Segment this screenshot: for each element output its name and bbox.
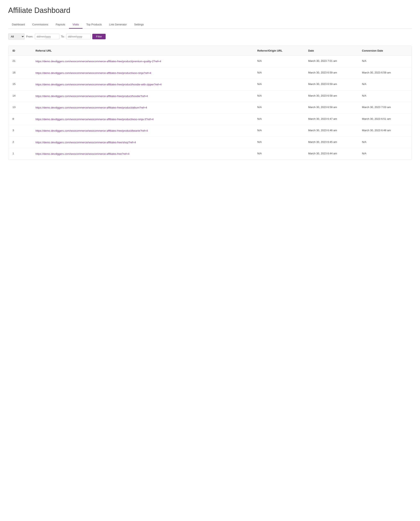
cell-conversion-date: March 30, 2023 6:48 am — [358, 125, 412, 137]
cell-id: 15 — [8, 79, 31, 91]
cell-date: March 30, 2023 6:47 am — [304, 113, 358, 125]
cell-conversion-date: N/A — [358, 56, 412, 67]
from-date-input[interactable] — [35, 34, 59, 39]
table-row: 21https://demo.devdiggers.com/woocommerc… — [8, 56, 412, 67]
cell-conversion-date: N/A — [358, 79, 412, 91]
table-header-row: ID Referral URL Referrer/Origin URL Date… — [8, 46, 412, 56]
cell-referral-url: https://demo.devdiggers.com/woocommerce/… — [31, 102, 253, 114]
table-row: 16https://demo.devdiggers.com/woocommerc… — [8, 67, 412, 79]
cell-referrer: N/A — [253, 90, 304, 102]
from-label: From: — [26, 35, 33, 38]
referral-url-link[interactable]: https://demo.devdiggers.com/woocommerce/… — [36, 60, 161, 63]
table-row: 1https://demo.devdiggers.com/woocommerce… — [8, 148, 412, 160]
cell-id: 16 — [8, 67, 31, 79]
table-row: 3https://demo.devdiggers.com/woocommerce… — [8, 125, 412, 137]
cell-date: March 30, 2023 6:44 am — [304, 148, 358, 160]
cell-id: 8 — [8, 113, 31, 125]
referral-url-link[interactable]: https://demo.devdiggers.com/woocommerce/… — [36, 95, 148, 98]
cell-referrer: N/A — [253, 102, 304, 114]
col-header-date: Date — [304, 46, 358, 56]
nav-tab-top-products[interactable]: Top Products — [82, 21, 105, 29]
table-row: 15https://demo.devdiggers.com/woocommerc… — [8, 79, 412, 91]
nav-tab-link-generator[interactable]: Link Generator — [105, 21, 130, 29]
status-filter[interactable]: All — [8, 34, 25, 39]
cell-referrer: N/A — [253, 67, 304, 79]
visits-table: ID Referral URL Referrer/Origin URL Date… — [8, 46, 412, 160]
cell-referral-url: https://demo.devdiggers.com/woocommerce/… — [31, 136, 253, 148]
visits-table-container: ID Referral URL Referrer/Origin URL Date… — [8, 46, 412, 160]
cell-date: March 30, 2023 6:58 am — [304, 90, 358, 102]
referral-url-link[interactable]: https://demo.devdiggers.com/woocommerce/… — [36, 106, 147, 109]
nav-tab-visits[interactable]: Visits — [69, 21, 83, 29]
cell-referral-url: https://demo.devdiggers.com/woocommerce/… — [31, 125, 253, 137]
cell-referral-url: https://demo.devdiggers.com/woocommerce/… — [31, 79, 253, 91]
cell-conversion-date: N/A — [358, 90, 412, 102]
cell-conversion-date: March 30, 2023 6:51 am — [358, 113, 412, 125]
cell-id: 3 — [8, 125, 31, 137]
cell-date: March 30, 2023 6:58 am — [304, 102, 358, 114]
table-row: 8https://demo.devdiggers.com/woocommerce… — [8, 113, 412, 125]
referral-url-link[interactable]: https://demo.devdiggers.com/woocommerce/… — [36, 71, 151, 75]
referral-url-link[interactable]: https://demo.devdiggers.com/woocommerce/… — [36, 152, 130, 155]
cell-conversion-date: March 30, 2023 7:03 am — [358, 102, 412, 114]
referral-url-link[interactable]: https://demo.devdiggers.com/woocommerce/… — [36, 83, 162, 86]
col-header-conversion: Conversion Date — [358, 46, 412, 56]
cell-id: 13 — [8, 102, 31, 114]
cell-id: 21 — [8, 56, 31, 67]
referral-url-link[interactable]: https://demo.devdiggers.com/woocommerce/… — [36, 141, 136, 144]
col-header-id: ID — [8, 46, 31, 56]
cell-referral-url: https://demo.devdiggers.com/woocommerce/… — [31, 56, 253, 67]
cell-referrer: N/A — [253, 136, 304, 148]
nav-tab-payouts[interactable]: Payouts — [52, 21, 69, 29]
nav-tab-commissions[interactable]: Commissions — [29, 21, 52, 29]
cell-date: March 30, 2023 6:45 am — [304, 136, 358, 148]
cell-date: March 30, 2023 6:59 am — [304, 67, 358, 79]
to-label: To: — [61, 35, 64, 38]
cell-referrer: N/A — [253, 148, 304, 160]
page-title: Affiliate Dashboard — [8, 6, 412, 15]
cell-conversion-date: N/A — [358, 136, 412, 148]
referral-url-link[interactable]: https://demo.devdiggers.com/woocommerce/… — [36, 129, 148, 132]
cell-conversion-date: N/A — [358, 148, 412, 160]
cell-referral-url: https://demo.devdiggers.com/woocommerce/… — [31, 67, 253, 79]
cell-id: 2 — [8, 136, 31, 148]
col-header-url: Referral URL — [31, 46, 253, 56]
table-row: 2https://demo.devdiggers.com/woocommerce… — [8, 136, 412, 148]
cell-conversion-date: March 30, 2023 6:59 am — [358, 67, 412, 79]
to-date-input[interactable] — [66, 34, 91, 39]
cell-date: March 30, 2023 6:59 am — [304, 79, 358, 91]
cell-referrer: N/A — [253, 79, 304, 91]
cell-date: March 30, 2023 6:46 am — [304, 125, 358, 137]
table-body: 21https://demo.devdiggers.com/woocommerc… — [8, 56, 412, 160]
cell-referral-url: https://demo.devdiggers.com/woocommerce/… — [31, 148, 253, 160]
table-row: 14https://demo.devdiggers.com/woocommerc… — [8, 90, 412, 102]
nav-tab-settings[interactable]: Settings — [130, 21, 147, 29]
cell-referrer: N/A — [253, 125, 304, 137]
referral-url-link[interactable]: https://demo.devdiggers.com/woocommerce/… — [36, 118, 154, 121]
navigation-tabs: DashboardCommissionsPayoutsVisitsTop Pro… — [8, 21, 412, 29]
cell-referral-url: https://demo.devdiggers.com/woocommerce/… — [31, 113, 253, 125]
cell-id: 14 — [8, 90, 31, 102]
cell-referral-url: https://demo.devdiggers.com/woocommerce/… — [31, 90, 253, 102]
cell-referrer: N/A — [253, 113, 304, 125]
table-row: 13https://demo.devdiggers.com/woocommerc… — [8, 102, 412, 114]
cell-date: March 30, 2023 7:01 am — [304, 56, 358, 67]
cell-id: 1 — [8, 148, 31, 160]
filter-bar: All From: To: Filter — [8, 34, 412, 39]
filter-button[interactable]: Filter — [92, 34, 106, 39]
cell-referrer: N/A — [253, 56, 304, 67]
nav-tab-dashboard[interactable]: Dashboard — [8, 21, 29, 29]
col-header-referrer: Referrer/Origin URL — [253, 46, 304, 56]
